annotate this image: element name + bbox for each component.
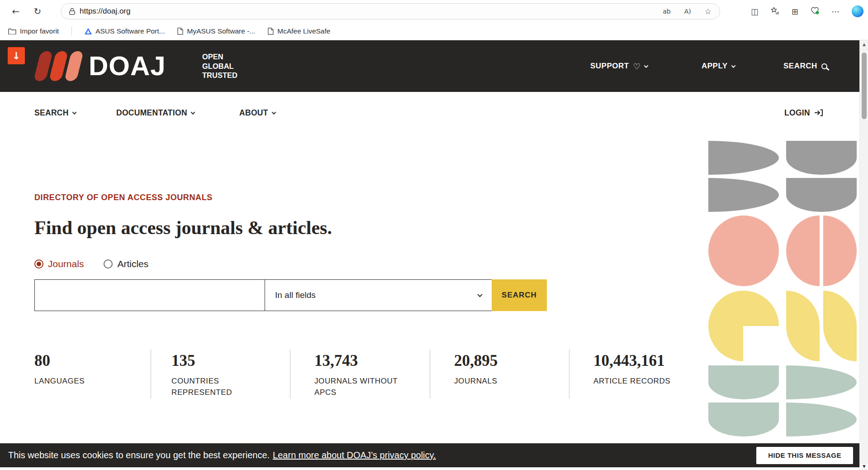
- stat-label: COUNTRIES REPRESENTED: [171, 375, 239, 398]
- back-button[interactable]: ←: [8, 4, 24, 19]
- stat-label: JOURNALS WITHOUT APCS: [314, 375, 398, 398]
- stat-value: 80: [34, 352, 85, 370]
- decor-tile: [708, 365, 779, 436]
- doaj-page: DOAJ OPEN GLOBAL TRUSTED SUPPORT ♡ APPLY…: [0, 40, 859, 470]
- stat-journals-no-apcs: 13,743 JOURNALS WITHOUT APCS: [314, 352, 398, 398]
- stat-label: JOURNALS: [454, 375, 498, 387]
- decor-shape: [708, 365, 779, 399]
- refresh-button[interactable]: ↻: [30, 4, 45, 19]
- header-search-button[interactable]: SEARCH: [783, 40, 827, 92]
- chevron-down-icon: [271, 110, 276, 115]
- download-icon: ↓: [12, 50, 20, 62]
- stat-value: 10,443,161: [593, 352, 670, 370]
- header-apply-menu[interactable]: APPLY: [702, 40, 735, 92]
- decor-shape: [708, 141, 779, 175]
- decor-tile: [708, 216, 779, 287]
- search-submit-button[interactable]: SEARCH: [492, 279, 547, 311]
- collections-icon[interactable]: ⊞: [792, 7, 798, 16]
- split-screen-icon[interactable]: ◫: [751, 7, 759, 16]
- import-favorites-button[interactable]: Impor favorit: [8, 27, 59, 35]
- logo-tagline: OPEN GLOBAL TRUSTED: [202, 52, 237, 80]
- nav-label: DOCUMENTATION: [116, 108, 187, 118]
- browser-essentials-icon[interactable]: [811, 7, 819, 16]
- decor-shape: [823, 291, 857, 361]
- page-title: Find open access journals & articles.: [34, 217, 332, 239]
- main-nav: SEARCH DOCUMENTATION ABOUT LOGIN: [0, 92, 859, 134]
- nav-about[interactable]: ABOUT: [239, 92, 275, 134]
- scrollbar-thumb[interactable]: [862, 53, 867, 119]
- decor-tile: [786, 291, 857, 362]
- favorite-star-icon[interactable]: ☆: [705, 7, 711, 16]
- bookmark-asus[interactable]: ASUS Software Port...: [85, 27, 165, 35]
- site-header: DOAJ OPEN GLOBAL TRUSTED SUPPORT ♡ APPLY…: [0, 40, 859, 92]
- decor-shape: [708, 216, 779, 286]
- header-support-menu[interactable]: SUPPORT ♡: [590, 40, 648, 92]
- radio-unselected-icon: [104, 259, 113, 269]
- stat-label: LANGUAGES: [34, 375, 85, 387]
- copilot-icon[interactable]: [852, 5, 863, 17]
- stat-value: 135: [171, 352, 239, 370]
- decor-shape: [743, 326, 780, 362]
- field-selector[interactable]: In all fields: [265, 279, 492, 311]
- decor-shape: [786, 178, 857, 212]
- bookmarks-divider: [71, 27, 72, 36]
- chevron-down-icon: [477, 292, 482, 297]
- stat-countries: 135 COUNTRIES REPRESENTED: [171, 352, 239, 398]
- translate-icon[interactable]: ab: [663, 8, 670, 15]
- page-icon: [177, 28, 183, 35]
- browser-toolbar: ← ↻ https://doaj.org ab A) ☆ ◫ ⊞ ⋯: [0, 0, 868, 23]
- support-label: SUPPORT: [590, 62, 629, 71]
- decor-shape: [708, 403, 779, 436]
- download-button[interactable]: ↓: [8, 47, 25, 64]
- stat-divider: [290, 349, 290, 399]
- decor-shape: [786, 291, 820, 361]
- stat-label: ARTICLE RECORDS: [593, 375, 670, 387]
- stat-value: 20,895: [454, 352, 498, 370]
- nav-label: SEARCH: [34, 108, 69, 118]
- nav-documentation[interactable]: DOCUMENTATION: [116, 92, 194, 134]
- back-icon: ←: [12, 6, 20, 17]
- stat-journals: 20,895 JOURNALS: [454, 352, 498, 387]
- bookmark-label: MyASUS Software -...: [187, 27, 255, 35]
- lock-icon: [69, 8, 75, 15]
- login-label: LOGIN: [784, 108, 810, 118]
- cookie-message: This website uses cookies to ensure you …: [8, 450, 270, 460]
- header-search-label: SEARCH: [783, 62, 817, 71]
- decor-tile: [786, 365, 857, 436]
- nav-search[interactable]: SEARCH: [34, 92, 76, 134]
- decor-shape: [708, 178, 779, 212]
- address-bar[interactable]: https://doaj.org ab A) ☆: [61, 3, 720, 19]
- more-menu-icon[interactable]: ⋯: [831, 7, 840, 16]
- decor-tile: [786, 216, 857, 287]
- search-input[interactable]: [34, 279, 265, 311]
- chevron-down-icon: [731, 63, 735, 68]
- toolbar-actions: ◫ ⊞ ⋯: [751, 0, 863, 23]
- radio-label: Journals: [48, 259, 84, 269]
- radio-journals[interactable]: Journals: [34, 259, 84, 269]
- url-text[interactable]: https://doaj.org: [80, 7, 130, 16]
- scrollbar[interactable]: ▲ ▼: [859, 40, 868, 470]
- decor-shape: [786, 141, 857, 175]
- bookmark-mcafee[interactable]: McAfee LiveSafe: [268, 27, 330, 35]
- search-icon: [821, 63, 827, 69]
- hide-message-button[interactable]: HIDE THIS MESSAGE: [756, 447, 853, 464]
- bookmark-label: ASUS Software Port...: [95, 27, 165, 35]
- bookmark-myasus[interactable]: MyASUS Software -...: [177, 27, 255, 35]
- scroll-down-icon[interactable]: ▼: [860, 464, 868, 469]
- decor-tile: [708, 291, 779, 362]
- stat-value: 13,743: [314, 352, 398, 370]
- read-aloud-icon[interactable]: A): [684, 8, 691, 15]
- decor-shape: [823, 216, 857, 286]
- address-bar-actions: ab A) ☆: [663, 7, 711, 16]
- login-button[interactable]: LOGIN: [784, 92, 823, 134]
- cookie-privacy-link[interactable]: Learn more about DOAJ’s privacy policy.: [273, 450, 436, 460]
- page-icon: [268, 28, 274, 35]
- radio-articles[interactable]: Articles: [104, 259, 148, 269]
- tagline-line: OPEN: [202, 52, 237, 62]
- favorites-hub-icon[interactable]: [771, 7, 779, 16]
- logo-wordmark[interactable]: DOAJ: [89, 51, 166, 81]
- bookmark-label: McAfee LiveSafe: [277, 27, 330, 35]
- search-type-radios: Journals Articles: [34, 259, 148, 269]
- chevron-down-icon: [72, 110, 76, 115]
- scroll-up-icon[interactable]: ▲: [860, 42, 868, 47]
